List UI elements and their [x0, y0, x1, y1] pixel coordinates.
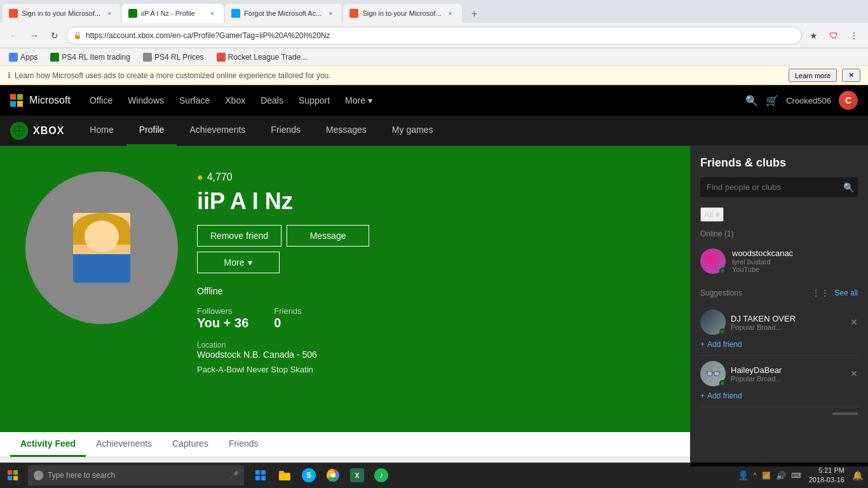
start-button[interactable]: [0, 463, 25, 488]
bookmark-ps4-rl-trading[interactable]: PS4 RL Item trading: [46, 51, 134, 63]
add-friend-button-2[interactable]: + Add friend: [700, 390, 858, 402]
suggestion-avatar-2: 👓: [700, 361, 726, 386]
tab-1[interactable]: Sign in to your Microsof... ×: [3, 4, 121, 23]
friend-name-woodstock: woodstockcanac: [732, 248, 858, 258]
tray-network-icon[interactable]: 📶: [762, 471, 771, 480]
friend-sub1-woodstock: tyrel bustard: [732, 258, 858, 266]
xbox-nav-achievements[interactable]: Achievements: [177, 116, 258, 146]
tray-chevron-icon[interactable]: ^: [754, 471, 757, 479]
suggestion-avatar-1: [700, 309, 726, 335]
new-tab-button[interactable]: +: [466, 5, 484, 23]
xbox-nav-my-games[interactable]: My games: [379, 116, 446, 146]
bookmark-apps[interactable]: Apps: [5, 51, 41, 63]
ms-username[interactable]: Crooked506: [786, 96, 831, 105]
taskbar-skype[interactable]: S: [297, 463, 320, 488]
taskbar-spotify[interactable]: ♪: [370, 463, 393, 488]
friend-item-woodstock[interactable]: woodstockcanac tyrel bustard YouTube: [700, 245, 858, 278]
suggestion-top-1: DJ TAKEN OVER Popular Broad... ✕: [700, 309, 858, 335]
suggestion-name-1: DJ TAKEN OVER: [731, 314, 845, 323]
forward-button[interactable]: →: [25, 27, 43, 44]
ms-nav-surface[interactable]: Surface: [173, 93, 216, 108]
suggestions-title: Suggestions: [700, 288, 742, 297]
tab-activity-feed[interactable]: Activity Feed: [10, 431, 86, 457]
taskbar-chrome[interactable]: [322, 463, 344, 488]
tab-close-1[interactable]: ×: [104, 8, 114, 18]
tab-4[interactable]: Sign in to your Microsof... ×: [343, 4, 461, 23]
xbox-nav-profile[interactable]: Profile: [126, 116, 177, 146]
ms-logo[interactable]: Microsoft: [10, 94, 71, 107]
xbox-nav-friends[interactable]: Friends: [258, 116, 313, 146]
tab-bar: Sign in to your Microsof... × iiP A I Nz…: [0, 0, 868, 23]
notifications-icon[interactable]: 🔔: [852, 470, 863, 480]
shield-icon[interactable]: 🛡: [825, 27, 843, 44]
friends-search-button[interactable]: 🔍: [843, 182, 854, 193]
more-button[interactable]: More ▾: [197, 252, 280, 273]
xbox-nav-messages[interactable]: Messages: [313, 116, 379, 146]
ms-cart-icon[interactable]: 🛒: [766, 95, 778, 107]
ms-logo-text: Microsoft: [29, 95, 71, 106]
ms-logo-yellow: [17, 101, 23, 107]
back-button[interactable]: ←: [5, 27, 23, 44]
tray-keyboard-icon[interactable]: ⌨: [791, 471, 801, 480]
info-learn-button[interactable]: Learn more: [789, 69, 837, 82]
suggestion-info-2: HaileyDaBear Popular Broad...: [731, 365, 845, 383]
suggestion-close-1[interactable]: ✕: [850, 317, 858, 327]
refresh-button[interactable]: ↻: [46, 27, 64, 44]
friends-filter-button[interactable]: All ▾: [700, 207, 724, 222]
tray-people-icon[interactable]: 👤: [738, 470, 749, 480]
tab-achievements[interactable]: Achievements: [86, 431, 162, 457]
info-dismiss-button[interactable]: ✕: [842, 69, 860, 82]
suggestion-close-2[interactable]: ✕: [850, 369, 858, 379]
suggestion-sub-2: Popular Broad...: [731, 375, 845, 383]
bookmark-rocket-league[interactable]: Rocket League Trade...: [213, 51, 311, 63]
microphone-icon[interactable]: 🎤: [229, 471, 239, 480]
suggestion-info-1: DJ TAKEN OVER Popular Broad...: [731, 314, 845, 331]
taskbar-search[interactable]: ⚪ Type here to search 🎤: [28, 465, 244, 485]
ms-search-icon[interactable]: 🔍: [745, 95, 758, 107]
see-all-button[interactable]: See all: [834, 288, 858, 297]
tab-3[interactable]: Forgot the Microsoft Ac... ×: [225, 4, 342, 23]
gamerscore-value: 4,770: [207, 172, 233, 183]
settings-button[interactable]: ⋮: [845, 27, 863, 44]
profile-stats: Followers You + 36 Friends 0: [197, 306, 665, 330]
address-bar[interactable]: 🔒 https://account.xbox.com/en-ca/Profile…: [66, 27, 802, 44]
suggestion-sub-1: Popular Broad...: [731, 323, 845, 331]
clock-date: 2018-03-16: [809, 475, 844, 485]
ms-nav-xbox[interactable]: Xbox: [219, 93, 252, 108]
browser-controls: ← → ↻ 🔒 https://account.xbox.com/en-ca/P…: [0, 23, 868, 48]
ms-nav-more[interactable]: More ▾: [339, 93, 379, 108]
taskbar-clock[interactable]: 5:21 PM 2018-03-16: [804, 466, 850, 485]
xbox-nav-home[interactable]: Home: [77, 116, 126, 146]
message-button[interactable]: Message: [287, 225, 369, 247]
tab-title-1: Sign in to your Microsof...: [22, 10, 100, 17]
favorites-button[interactable]: ★: [804, 27, 822, 44]
tab-close-3[interactable]: ×: [325, 8, 336, 18]
ms-nav-deals[interactable]: Deals: [254, 93, 290, 108]
taskbar-file-explorer[interactable]: [273, 463, 296, 488]
bookmark-ps4-prices[interactable]: PS4 RL Prices: [139, 51, 208, 63]
tab-2[interactable]: iiP A I Nz - Profile ×: [122, 4, 224, 23]
tab-favicon-3: [231, 9, 240, 18]
profile-area: ● 4,770 iiP A I Nz Remove friend Message…: [0, 146, 690, 466]
suggestion-top-2: 👓 HaileyDaBear Popular Broad... ✕: [700, 361, 858, 386]
ms-avatar[interactable]: C: [839, 91, 858, 110]
tab-close-2[interactable]: ×: [207, 8, 217, 18]
followers-label: Followers: [197, 306, 248, 316]
taskbar-excel[interactable]: X: [346, 463, 369, 488]
friends-search-input[interactable]: [700, 177, 858, 197]
add-friend-button-1[interactable]: + Add friend: [700, 339, 858, 350]
ms-nav-windows[interactable]: Windows: [121, 93, 170, 108]
xbox-nav-items: Home Profile Achievements Friends Messag…: [77, 116, 445, 146]
gamerscore-icon: ●: [197, 172, 203, 183]
tab-captures[interactable]: Captures: [162, 431, 219, 457]
xbox-logo[interactable]: XBOX: [10, 122, 64, 140]
ms-nav-support[interactable]: Support: [292, 93, 336, 108]
remove-friend-button[interactable]: Remove friend: [197, 225, 281, 247]
tray-volume-icon[interactable]: 🔊: [776, 471, 786, 480]
taskbar-task-view[interactable]: [249, 463, 272, 488]
tab-close-4[interactable]: ×: [445, 8, 456, 18]
ms-nav-office[interactable]: Office: [83, 93, 119, 108]
tab-friends[interactable]: Friends: [219, 431, 269, 457]
profile-bio: Pack-A-Bowl Never Stop Skatin: [197, 365, 665, 374]
suggestions-grid-icon[interactable]: ⋮⋮: [811, 288, 829, 298]
